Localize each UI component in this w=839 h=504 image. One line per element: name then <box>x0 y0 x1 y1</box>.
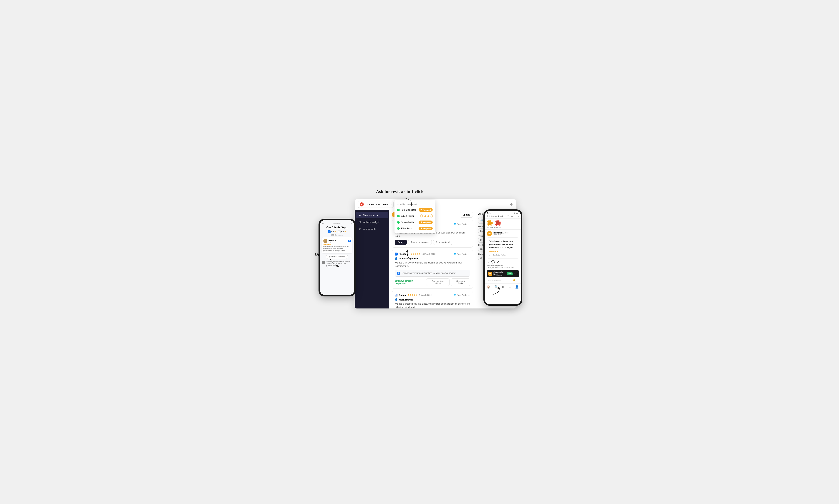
google-icon-sm: G <box>338 230 340 233</box>
contact-name-0: Tom Chinellato <box>401 209 416 211</box>
share-on-social-button-1[interactable]: Share on Social <box>433 239 453 245</box>
chat-placeholder: Invia un messaggio <box>488 280 512 281</box>
chat-input-row: Invia un messaggio 😊 ··· <box>487 278 519 282</box>
more-icon[interactable]: ··· <box>517 232 519 235</box>
nav-reels-icon[interactable]: ⊞ <box>502 285 505 289</box>
remove-from-widget-button-1[interactable]: Remove from widget <box>408 239 432 245</box>
whatsapp-icon: ✓ <box>397 209 400 211</box>
status-bar: 9:41 ▲▲▲ <box>485 211 521 214</box>
reply-text-2: Thank you very much Gianluca for your po… <box>402 272 456 274</box>
see-all-reviews-button[interactable]: Vedi tutte le recensioni <box>326 255 348 259</box>
globe-icon: 🌐 <box>454 223 456 225</box>
contact-info-1: ✓ Albert Scarsi <box>397 215 414 217</box>
add-contact-row[interactable]: + Add a new contact <box>395 202 435 207</box>
contact-row-1[interactable]: ✓ Albert Scarsi Invited... <box>395 213 435 219</box>
review-header-2: f Facebook ★★★★★ 15 March 2022 🌐 Your Bu… <box>395 253 470 255</box>
annotation-top: Ask for reviews in 1 click <box>376 189 423 194</box>
brand-rating: 5.0★ <box>507 272 513 275</box>
brand-icons: ✓ ↗ <box>514 273 518 275</box>
globe-icon: 🌐 <box>454 253 456 255</box>
request-btn-2[interactable]: ★ Request <box>419 220 433 224</box>
share-on-social-button-2[interactable]: Share on Social <box>451 278 470 286</box>
reviewer-name-2: 👤 Gianluca Simoni <box>395 257 470 260</box>
review-card-3: G Google ★★★★☆ 2 March 2022 🌐 Your Busin… <box>392 291 473 308</box>
review-actions-2: You have already responded Remove from w… <box>395 278 470 286</box>
sidebar: ★ Your reviews ⊞ Website widgets ◎ Your … <box>355 210 389 308</box>
nav-home-icon[interactable]: 🏠 <box>487 285 491 289</box>
whatsapp-icon: ✓ <box>397 227 400 230</box>
contact-row-3[interactable]: ✓ Elisa Rossi ★ Request <box>395 225 435 231</box>
nav-heart-icon[interactable]: ♡ <box>509 285 511 289</box>
story-item-rossi[interactable]: pervaithecat <box>494 220 501 228</box>
widget-fb-text: Ottimo servizio, mi sono trovato benissi… <box>326 261 352 266</box>
send-icon: ··· <box>516 279 518 281</box>
font-size-icon: aA <box>322 222 324 224</box>
post-avatar: FR <box>487 231 492 236</box>
share-small-icon: ↗ <box>516 273 518 275</box>
review-actions-1: Reply Remove from widget Share on Social <box>395 239 470 245</box>
facebook-icon-sm: f <box>328 230 331 233</box>
gear-icon[interactable]: ⚙ <box>510 202 513 206</box>
story-item-yours[interactable]: Your Story <box>487 220 493 228</box>
whatsapp-icon: ✓ <box>397 215 400 217</box>
business-selector[interactable]: R Your Business - Rome ▾ <box>357 201 394 208</box>
like-icon[interactable]: ♡ <box>487 260 489 264</box>
star-icon-sm: ★ <box>334 231 336 233</box>
story-avatar-rossi <box>496 221 500 225</box>
reply-button-1[interactable]: Reply <box>395 239 407 245</box>
review-header-3: G Google ★★★★☆ 2 March 2022 🌐 Your Busin… <box>395 294 470 296</box>
post-info: Fisioterapia Rossi Rome, Italy <box>493 232 509 235</box>
request-label-0: Request <box>423 209 431 211</box>
review-card-2: f Facebook ★★★★★ 15 March 2022 🌐 Your Bu… <box>392 250 473 289</box>
widget-container: Our Clients Say... f 4.4 ★ G 4.2 ★ <box>322 226 352 268</box>
stars-2: ★★★★★ <box>410 253 420 255</box>
business-tag-3: 🌐 Your Business <box>454 294 470 296</box>
nav-profile-icon[interactable]: 👤 <box>515 285 519 289</box>
reviewer-name-3: 👤 Mark Brown <box>395 298 470 301</box>
story-label-rossi: pervaithecat <box>494 227 501 228</box>
facebook-icon: f <box>395 253 398 255</box>
scene: Ask for reviews in 1 click On your websi… <box>315 189 524 315</box>
request-btn-0[interactable]: ★ Request <box>419 208 433 212</box>
check-circle-icon: ✓ <box>514 273 515 275</box>
brand-sub: 121 Recensioni <box>493 275 506 276</box>
review-text-2: We had a visit yesterday and the experie… <box>395 261 470 268</box>
source-label: Google <box>399 294 406 296</box>
phone-browser-bar: aA iltuosito.com ↻ <box>322 222 352 224</box>
nav-search-icon[interactable]: 🔍 <box>494 285 498 289</box>
heart-icon: ♡ <box>507 215 510 218</box>
insta-nav: 🏠 🔍 ⊞ ♡ 👤 <box>485 284 521 289</box>
remove-from-widget-button-2[interactable]: Remove from widget <box>426 278 450 286</box>
brand-avatar: FR <box>488 272 492 276</box>
sidebar-item-label: Your growth <box>363 228 375 231</box>
contact-info-2: ✓ James Matta <box>397 221 414 224</box>
request-btn-3[interactable]: ★ Request <box>419 227 433 230</box>
status-icons: ▲▲▲ <box>513 212 519 214</box>
fb-rating: f 4.4 ★ <box>328 230 336 233</box>
review-text-3: We had a great time at this place, frien… <box>395 302 470 308</box>
update-button[interactable]: Update <box>460 212 473 218</box>
invited-btn-1[interactable]: Invited... <box>420 214 433 218</box>
sidebar-item-website-widgets[interactable]: ⊞ Website widgets <box>356 219 388 225</box>
widget-fb-review: Ottimo servizio, mi sono trovato benissi… <box>322 259 352 268</box>
growth-icon: ◎ <box>359 228 361 231</box>
sidebar-item-your-reviews[interactable]: ★ Your reviews <box>356 212 388 218</box>
plus-icon: + <box>397 203 399 206</box>
brand-name: Fisioterapia Rossi <box>493 271 506 275</box>
contact-row-0[interactable]: ✓ Tom Chinellato ★ Request <box>395 207 435 213</box>
comment-icon[interactable]: 💬 <box>491 260 495 264</box>
globe-icon: 🌐 <box>454 294 456 296</box>
share-icon[interactable]: ↗ <box>497 260 499 264</box>
business-tag-2: 🌐 Your Business <box>454 253 470 255</box>
phone-left-screen: aA iltuosito.com ↻ Our Clients Say... f … <box>320 220 354 295</box>
google-icon: G <box>395 294 398 296</box>
sidebar-item-your-growth[interactable]: ◎ Your growth <box>356 226 388 232</box>
star-icon-sm: ★ <box>345 231 346 233</box>
post-name: Fisioterapia Rossi <box>493 232 509 234</box>
widget-fb-avatar <box>322 261 325 264</box>
business-avatar: R <box>360 202 364 206</box>
contact-row-2[interactable]: ✓ James Matta ★ Request <box>395 219 435 225</box>
post-header: FR Fisioterapia Rossi Rome, Italy ··· <box>487 231 519 236</box>
recensioni-label: 289 Recensioni <box>322 234 352 236</box>
star-icon: ★ <box>420 209 422 211</box>
